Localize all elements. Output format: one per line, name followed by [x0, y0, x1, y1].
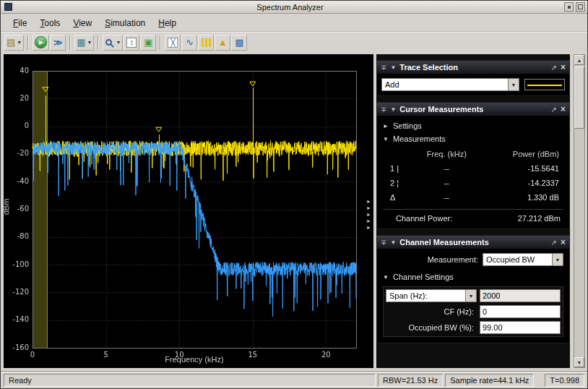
signal-statistics-glyph: ∿: [186, 38, 194, 47]
measurement-value: Occupied BW: [483, 255, 552, 264]
menu-file[interactable]: File: [7, 17, 33, 30]
trace-selection-dropdown[interactable]: Add ▼: [381, 78, 519, 91]
dropdown-arrow-icon[interactable]: ▼: [552, 254, 563, 265]
toolbar-separator: [160, 35, 161, 50]
pin-icon[interactable]: ∓: [381, 64, 386, 72]
dropdown-arrow-icon[interactable]: ▼: [465, 290, 476, 302]
collapse-icon[interactable]: ▼: [383, 274, 389, 281]
simulation-source-glyph: ▦: [77, 38, 85, 47]
pin-icon[interactable]: ∓: [381, 106, 386, 114]
zoom-glyph: [105, 39, 112, 46]
zoom-icon[interactable]: ▼: [103, 35, 123, 51]
spectral-mask-glyph: ▩: [235, 38, 243, 47]
undock-icon[interactable]: ↗: [551, 64, 557, 72]
undock-icon[interactable]: ↗: [551, 106, 557, 114]
menu-tools[interactable]: Tools: [33, 17, 66, 30]
cursor-table: Freq. (kHz) Power (dBm) 1 | -- -15.5641 …: [383, 145, 563, 203]
simulation-source-icon[interactable]: ▦ ▼: [74, 35, 94, 51]
undock-icon[interactable]: ↗: [551, 239, 557, 247]
cursor-freq-value: --: [412, 164, 482, 173]
distortion-measurements-icon[interactable]: [198, 35, 214, 51]
vertical-scrollbar[interactable]: ▲ ▼: [574, 54, 585, 368]
signal-statistics-icon[interactable]: ∿: [181, 35, 197, 51]
cursor-freq-value: --: [412, 179, 482, 187]
minimize-button[interactable]: [564, 2, 574, 12]
peak-finder-icon[interactable]: ▲: [215, 35, 230, 51]
cursor-row-id: Δ: [390, 193, 412, 202]
trace-selection-value: Add: [382, 80, 508, 89]
dropdown-arrow-icon: ▼: [87, 40, 92, 45]
snapshot-icon[interactable]: ▣: [140, 35, 156, 51]
panel-expander-arrow-icon[interactable]: ►: [366, 225, 371, 230]
measurement-dropdown[interactable]: Occupied BW ▼: [483, 253, 563, 266]
close-icon[interactable]: ×: [561, 104, 566, 114]
measurement-label: Measurement:: [383, 255, 478, 264]
menubar: File Tools View Simulation Help: [1, 14, 587, 31]
channel-power-value: 27.212 dBm: [452, 214, 563, 223]
divider: [383, 209, 563, 210]
step-forward-icon[interactable]: ≫: [50, 35, 66, 51]
collapse-icon[interactable]: ▼: [390, 64, 396, 71]
expand-icon[interactable]: ►: [383, 123, 389, 129]
channel-measurements-header[interactable]: ∓ ▼ Channel Measurements ↗ ×: [377, 236, 569, 249]
dropdown-arrow-icon[interactable]: ▼: [508, 79, 519, 90]
settings-expander[interactable]: ► Settings: [383, 119, 563, 132]
panel-expander-arrow-icon[interactable]: ►: [366, 218, 371, 223]
occupied-bw-input[interactable]: [480, 321, 561, 334]
spectrum-plot-area: dBm Frequency (kHz) ► ► ► ► ►: [4, 54, 373, 368]
spectrum-plot[interactable]: [4, 54, 373, 368]
channel-settings-label: Channel Settings: [393, 273, 454, 281]
run-glyph: ▶: [35, 36, 47, 48]
collapse-icon[interactable]: ▼: [383, 136, 389, 142]
cursor-row-id: 1 |: [390, 164, 412, 173]
measurements-label: Measurements: [393, 134, 446, 143]
measurements-expander[interactable]: ▼ Measurements: [383, 132, 563, 145]
configuration-glyph: ▤: [7, 38, 15, 47]
toolbar-separator: [98, 35, 99, 50]
channel-settings-expander[interactable]: ▼ Channel Settings: [383, 270, 563, 283]
cf-input[interactable]: [480, 305, 561, 318]
run-icon[interactable]: ▶: [33, 35, 49, 51]
collapse-icon[interactable]: ▼: [390, 106, 396, 113]
span-xy-icon[interactable]: ↕: [124, 35, 139, 51]
titlebar[interactable]: Spectrum Analyzer: [1, 1, 587, 14]
cursor-measurements-panel: ∓ ▼ Cursor Measurements ↗ × ► Settings ▼…: [376, 102, 570, 229]
distortion-glyph: [202, 38, 211, 47]
toolbar-separator: [69, 35, 71, 50]
panel-expander-arrow-icon[interactable]: ►: [366, 205, 371, 210]
panel-expander-strip[interactable]: ► ► ► ► ►: [366, 199, 371, 230]
panel-expander-arrow-icon[interactable]: ►: [366, 212, 371, 217]
menu-help[interactable]: Help: [152, 17, 183, 30]
configuration-properties-icon[interactable]: ▤ ▼: [4, 35, 24, 51]
pin-icon[interactable]: ∓: [381, 239, 386, 247]
panel-expander-arrow-icon[interactable]: ►: [366, 199, 371, 204]
trace-selection-header[interactable]: ∓ ▼ Trace Selection ↗ ×: [377, 61, 569, 74]
power-column-header: Power (dBm): [482, 150, 562, 158]
spectrum-analyzer-window: Spectrum Analyzer File Tools View Simula…: [0, 0, 588, 389]
trace-color-swatch[interactable]: [524, 79, 565, 90]
close-icon[interactable]: ×: [561, 237, 566, 247]
span-input[interactable]: [480, 289, 561, 302]
spectral-mask-icon[interactable]: ▩: [231, 35, 247, 51]
step-forward-glyph: ≫: [53, 38, 63, 47]
cursor-measurements-header[interactable]: ∓ ▼ Cursor Measurements ↗ ×: [377, 103, 569, 116]
sim-time-indicator: T=0.998: [545, 374, 584, 387]
maximize-button[interactable]: [576, 2, 585, 12]
menu-simulation[interactable]: Simulation: [98, 17, 152, 30]
menu-view[interactable]: View: [66, 17, 98, 30]
close-icon[interactable]: ×: [561, 62, 566, 72]
window-menu-icon[interactable]: [4, 3, 12, 11]
span-mode-dropdown[interactable]: Span (Hz): ▼: [386, 289, 477, 302]
sample-rate-indicator: Sample rate=44.1 kHz: [445, 374, 534, 387]
channel-measurements-panel: ∓ ▼ Channel Measurements ↗ × Measurement…: [376, 235, 570, 343]
channel-power-label: Channel Power:: [396, 214, 452, 223]
span-mode-value: Span (Hz):: [386, 291, 465, 300]
settings-label: Settings: [393, 121, 422, 130]
cursor-measurements-icon[interactable]: ╳: [165, 35, 181, 51]
collapse-icon[interactable]: ▼: [390, 239, 396, 246]
channel-settings-group: Span (Hz): ▼ CF (Hz): Occupied BW (%):: [383, 286, 563, 337]
scrollbar-thumb[interactable]: [574, 67, 584, 129]
statusbar: Ready RBW=21.53 Hz Sample rate=44.1 kHz …: [1, 371, 587, 388]
scroll-up-button[interactable]: ▲: [574, 55, 584, 65]
scroll-down-button[interactable]: ▼: [574, 357, 584, 367]
